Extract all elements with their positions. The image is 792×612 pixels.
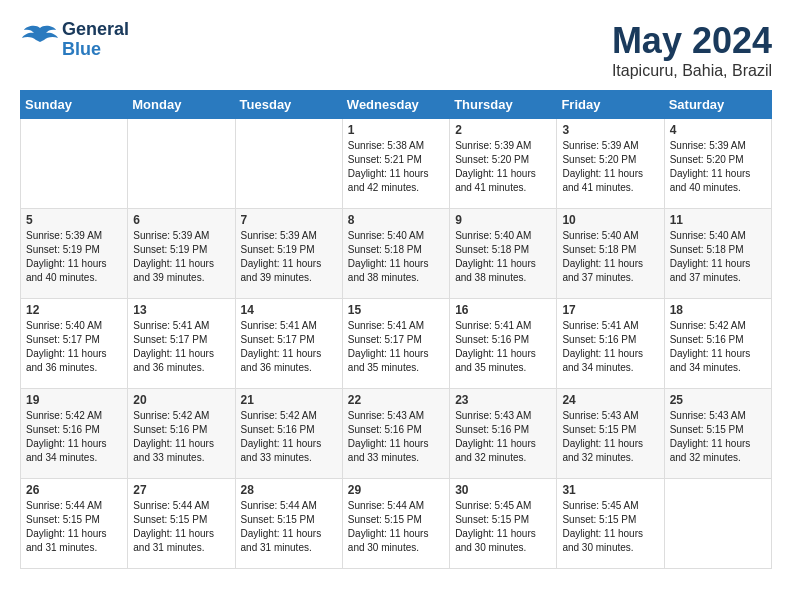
calendar-cell: 26Sunrise: 5:44 AM Sunset: 5:15 PM Dayli… <box>21 479 128 569</box>
calendar-cell: 12Sunrise: 5:40 AM Sunset: 5:17 PM Dayli… <box>21 299 128 389</box>
day-number: 5 <box>26 213 122 227</box>
day-number: 14 <box>241 303 337 317</box>
day-info: Sunrise: 5:39 AM Sunset: 5:19 PM Dayligh… <box>241 229 337 285</box>
logo-blue: Blue <box>62 40 129 60</box>
calendar-cell <box>235 119 342 209</box>
calendar-cell: 2Sunrise: 5:39 AM Sunset: 5:20 PM Daylig… <box>450 119 557 209</box>
day-of-week-thursday: Thursday <box>450 91 557 119</box>
day-number: 22 <box>348 393 444 407</box>
day-number: 17 <box>562 303 658 317</box>
calendar-title: May 2024 <box>612 20 772 62</box>
day-info: Sunrise: 5:40 AM Sunset: 5:18 PM Dayligh… <box>455 229 551 285</box>
day-of-week-friday: Friday <box>557 91 664 119</box>
day-info: Sunrise: 5:41 AM Sunset: 5:17 PM Dayligh… <box>133 319 229 375</box>
day-number: 20 <box>133 393 229 407</box>
week-row-2: 5Sunrise: 5:39 AM Sunset: 5:19 PM Daylig… <box>21 209 772 299</box>
day-info: Sunrise: 5:43 AM Sunset: 5:15 PM Dayligh… <box>562 409 658 465</box>
day-number: 9 <box>455 213 551 227</box>
day-number: 7 <box>241 213 337 227</box>
day-info: Sunrise: 5:39 AM Sunset: 5:20 PM Dayligh… <box>670 139 766 195</box>
calendar-cell: 25Sunrise: 5:43 AM Sunset: 5:15 PM Dayli… <box>664 389 771 479</box>
day-number: 18 <box>670 303 766 317</box>
week-row-3: 12Sunrise: 5:40 AM Sunset: 5:17 PM Dayli… <box>21 299 772 389</box>
calendar-cell: 10Sunrise: 5:40 AM Sunset: 5:18 PM Dayli… <box>557 209 664 299</box>
day-number: 6 <box>133 213 229 227</box>
day-info: Sunrise: 5:44 AM Sunset: 5:15 PM Dayligh… <box>26 499 122 555</box>
day-of-week-monday: Monday <box>128 91 235 119</box>
calendar-cell: 20Sunrise: 5:42 AM Sunset: 5:16 PM Dayli… <box>128 389 235 479</box>
day-number: 23 <box>455 393 551 407</box>
day-info: Sunrise: 5:39 AM Sunset: 5:20 PM Dayligh… <box>562 139 658 195</box>
calendar-cell: 15Sunrise: 5:41 AM Sunset: 5:17 PM Dayli… <box>342 299 449 389</box>
calendar-cell: 9Sunrise: 5:40 AM Sunset: 5:18 PM Daylig… <box>450 209 557 299</box>
calendar-cell: 16Sunrise: 5:41 AM Sunset: 5:16 PM Dayli… <box>450 299 557 389</box>
calendar-cell: 11Sunrise: 5:40 AM Sunset: 5:18 PM Dayli… <box>664 209 771 299</box>
calendar-cell: 19Sunrise: 5:42 AM Sunset: 5:16 PM Dayli… <box>21 389 128 479</box>
calendar-cell: 6Sunrise: 5:39 AM Sunset: 5:19 PM Daylig… <box>128 209 235 299</box>
day-info: Sunrise: 5:41 AM Sunset: 5:17 PM Dayligh… <box>241 319 337 375</box>
day-of-week-sunday: Sunday <box>21 91 128 119</box>
calendar-cell: 30Sunrise: 5:45 AM Sunset: 5:15 PM Dayli… <box>450 479 557 569</box>
calendar-cell: 4Sunrise: 5:39 AM Sunset: 5:20 PM Daylig… <box>664 119 771 209</box>
page-header: General Blue May 2024 Itapicuru, Bahia, … <box>20 20 772 80</box>
day-number: 25 <box>670 393 766 407</box>
calendar-cell: 7Sunrise: 5:39 AM Sunset: 5:19 PM Daylig… <box>235 209 342 299</box>
day-of-week-wednesday: Wednesday <box>342 91 449 119</box>
calendar-cell: 29Sunrise: 5:44 AM Sunset: 5:15 PM Dayli… <box>342 479 449 569</box>
day-info: Sunrise: 5:45 AM Sunset: 5:15 PM Dayligh… <box>455 499 551 555</box>
day-info: Sunrise: 5:44 AM Sunset: 5:15 PM Dayligh… <box>133 499 229 555</box>
calendar-cell: 8Sunrise: 5:40 AM Sunset: 5:18 PM Daylig… <box>342 209 449 299</box>
calendar-cell: 21Sunrise: 5:42 AM Sunset: 5:16 PM Dayli… <box>235 389 342 479</box>
week-row-5: 26Sunrise: 5:44 AM Sunset: 5:15 PM Dayli… <box>21 479 772 569</box>
day-of-week-tuesday: Tuesday <box>235 91 342 119</box>
day-number: 3 <box>562 123 658 137</box>
calendar-body: 1Sunrise: 5:38 AM Sunset: 5:21 PM Daylig… <box>21 119 772 569</box>
calendar-cell: 13Sunrise: 5:41 AM Sunset: 5:17 PM Dayli… <box>128 299 235 389</box>
day-info: Sunrise: 5:44 AM Sunset: 5:15 PM Dayligh… <box>241 499 337 555</box>
day-info: Sunrise: 5:42 AM Sunset: 5:16 PM Dayligh… <box>670 319 766 375</box>
day-number: 2 <box>455 123 551 137</box>
day-number: 30 <box>455 483 551 497</box>
calendar-cell: 23Sunrise: 5:43 AM Sunset: 5:16 PM Dayli… <box>450 389 557 479</box>
day-info: Sunrise: 5:44 AM Sunset: 5:15 PM Dayligh… <box>348 499 444 555</box>
day-info: Sunrise: 5:41 AM Sunset: 5:16 PM Dayligh… <box>455 319 551 375</box>
week-row-4: 19Sunrise: 5:42 AM Sunset: 5:16 PM Dayli… <box>21 389 772 479</box>
calendar-cell: 24Sunrise: 5:43 AM Sunset: 5:15 PM Dayli… <box>557 389 664 479</box>
title-block: May 2024 Itapicuru, Bahia, Brazil <box>612 20 772 80</box>
calendar-cell <box>664 479 771 569</box>
day-number: 27 <box>133 483 229 497</box>
day-number: 19 <box>26 393 122 407</box>
calendar-cell <box>128 119 235 209</box>
day-info: Sunrise: 5:43 AM Sunset: 5:15 PM Dayligh… <box>670 409 766 465</box>
day-info: Sunrise: 5:40 AM Sunset: 5:17 PM Dayligh… <box>26 319 122 375</box>
logo-text: General Blue <box>62 20 129 60</box>
day-number: 8 <box>348 213 444 227</box>
day-number: 15 <box>348 303 444 317</box>
day-number: 4 <box>670 123 766 137</box>
day-number: 16 <box>455 303 551 317</box>
day-info: Sunrise: 5:39 AM Sunset: 5:19 PM Dayligh… <box>26 229 122 285</box>
day-number: 26 <box>26 483 122 497</box>
calendar-cell: 22Sunrise: 5:43 AM Sunset: 5:16 PM Dayli… <box>342 389 449 479</box>
day-number: 10 <box>562 213 658 227</box>
logo-icon <box>20 20 60 60</box>
week-row-1: 1Sunrise: 5:38 AM Sunset: 5:21 PM Daylig… <box>21 119 772 209</box>
day-info: Sunrise: 5:39 AM Sunset: 5:20 PM Dayligh… <box>455 139 551 195</box>
day-info: Sunrise: 5:38 AM Sunset: 5:21 PM Dayligh… <box>348 139 444 195</box>
day-number: 24 <box>562 393 658 407</box>
calendar-header: SundayMondayTuesdayWednesdayThursdayFrid… <box>21 91 772 119</box>
calendar-cell <box>21 119 128 209</box>
day-info: Sunrise: 5:40 AM Sunset: 5:18 PM Dayligh… <box>562 229 658 285</box>
day-info: Sunrise: 5:42 AM Sunset: 5:16 PM Dayligh… <box>241 409 337 465</box>
day-info: Sunrise: 5:45 AM Sunset: 5:15 PM Dayligh… <box>562 499 658 555</box>
day-of-week-saturday: Saturday <box>664 91 771 119</box>
day-number: 28 <box>241 483 337 497</box>
logo: General Blue <box>20 20 129 60</box>
day-info: Sunrise: 5:41 AM Sunset: 5:17 PM Dayligh… <box>348 319 444 375</box>
calendar-cell: 31Sunrise: 5:45 AM Sunset: 5:15 PM Dayli… <box>557 479 664 569</box>
day-info: Sunrise: 5:41 AM Sunset: 5:16 PM Dayligh… <box>562 319 658 375</box>
day-number: 1 <box>348 123 444 137</box>
day-info: Sunrise: 5:39 AM Sunset: 5:19 PM Dayligh… <box>133 229 229 285</box>
calendar-cell: 14Sunrise: 5:41 AM Sunset: 5:17 PM Dayli… <box>235 299 342 389</box>
day-info: Sunrise: 5:40 AM Sunset: 5:18 PM Dayligh… <box>670 229 766 285</box>
